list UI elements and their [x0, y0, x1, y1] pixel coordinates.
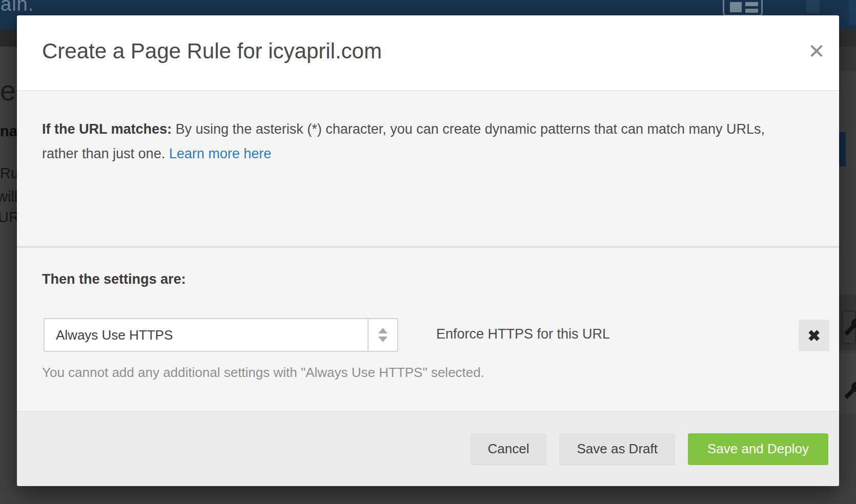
- settings-section: Then the settings are: Always Use HTTPS …: [17, 248, 839, 411]
- wrench-icon: [844, 318, 856, 336]
- partial-icon: [806, 0, 820, 13]
- setting-select[interactable]: Always Use HTTPS: [44, 318, 398, 352]
- partial-icon: [849, 0, 856, 25]
- modal-header: Create a Page Rule for icyapril.com ✕: [17, 15, 839, 91]
- occluded-text-fragment: Ru: [0, 165, 19, 182]
- setting-description: Enforce HTTPS for this URL: [436, 326, 610, 342]
- wrench-icon: [844, 381, 856, 400]
- remove-setting-button[interactable]: ✖: [799, 320, 829, 351]
- screen: ain. e nav Ru will UR Create a Page Rule…: [0, 0, 856, 504]
- learn-more-link[interactable]: Learn more here: [169, 146, 272, 161]
- setting-select-value: Always Use HTTPS: [56, 327, 173, 343]
- icon-block: [730, 2, 742, 12]
- icon-bar: [745, 2, 758, 6]
- occluded-blue-button-fragment: [839, 132, 846, 166]
- occluded-page-band: [839, 29, 856, 47]
- occluded-text-fragment: e: [0, 74, 16, 107]
- settings-note: You cannot add any additional settings w…: [42, 365, 484, 381]
- cancel-button[interactable]: Cancel: [471, 433, 547, 465]
- save-as-draft-button[interactable]: Save as Draft: [559, 433, 675, 465]
- chevron-up-icon: [378, 328, 388, 333]
- settings-heading: Then the settings are:: [42, 271, 186, 287]
- url-match-description: If the URL matches: By using the asteris…: [42, 117, 796, 166]
- select-stepper-icon[interactable]: [368, 319, 397, 351]
- chevron-down-icon: [378, 337, 388, 342]
- layout-columns-icon: [723, 0, 763, 16]
- occluded-page-band: [839, 47, 856, 71]
- create-page-rule-modal: Create a Page Rule for icyapril.com ✕ If…: [17, 15, 839, 486]
- url-match-label: If the URL matches:: [42, 121, 176, 137]
- occluded-header-text: ain.: [1, 0, 34, 15]
- url-match-section: If the URL matches: By using the asteris…: [17, 91, 839, 246]
- occluded-page-band: [0, 29, 17, 47]
- save-and-deploy-button[interactable]: Save and Deploy: [688, 433, 828, 465]
- modal-footer: Cancel Save as Draft Save and Deploy: [17, 411, 839, 486]
- icon-bar: [745, 9, 758, 13]
- occluded-text-fragment: will: [0, 188, 17, 205]
- close-icon[interactable]: ✕: [803, 38, 830, 65]
- modal-title: Create a Page Rule for icyapril.com: [42, 39, 382, 64]
